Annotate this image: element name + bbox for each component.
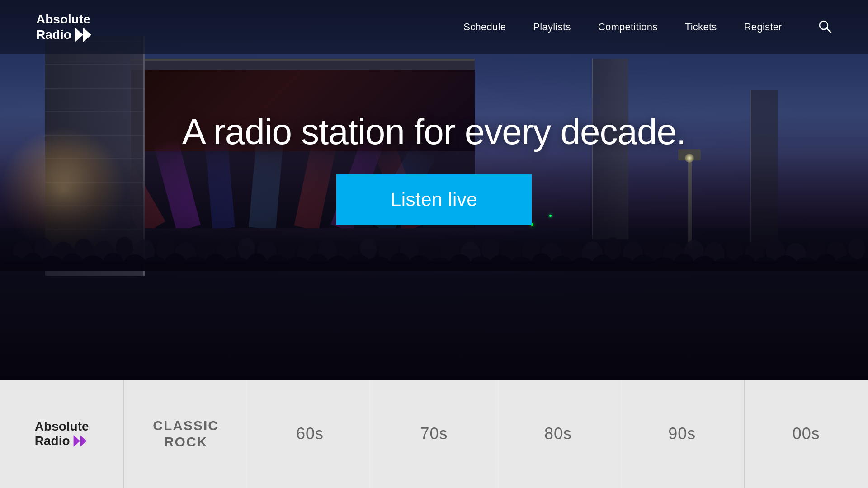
classic-rock-label: CLASSICROCK <box>153 418 219 449</box>
80s-label: 80s <box>544 424 572 443</box>
svg-marker-90 <box>73 435 80 447</box>
90s-station[interactable]: 90s <box>620 380 744 488</box>
90s-label: 90s <box>668 424 696 443</box>
00s-label: 00s <box>793 424 820 443</box>
hero-tagline: A radio station for every decade. <box>0 112 868 152</box>
60s-label: 60s <box>296 424 324 443</box>
nav-playlists[interactable]: Playlists <box>533 21 571 33</box>
listen-live-button[interactable]: Listen live <box>336 174 532 225</box>
svg-marker-0 <box>75 28 83 42</box>
svg-rect-89 <box>0 261 868 271</box>
svg-line-3 <box>827 28 831 33</box>
logo-play-icon <box>74 28 93 42</box>
site-header: Absolute Radio Schedule Playlists Compet… <box>0 0 868 54</box>
hero-section: A radio station for every decade. Listen… <box>0 0 868 380</box>
70s-label: 70s <box>420 424 448 443</box>
logo-text-line1: Absolute <box>36 12 93 27</box>
svg-marker-91 <box>80 435 87 447</box>
absolute-radio-main-station[interactable]: Absolute Radio <box>0 380 124 488</box>
main-station-name-line2: Radio <box>35 434 70 448</box>
00s-station[interactable]: 00s <box>745 380 868 488</box>
svg-point-45 <box>848 238 865 259</box>
nav-tickets[interactable]: Tickets <box>685 21 717 33</box>
nav-schedule[interactable]: Schedule <box>463 21 506 33</box>
main-station-name-line1: Absolute <box>35 419 89 434</box>
60s-station[interactable]: 60s <box>248 380 372 488</box>
logo[interactable]: Absolute Radio <box>36 12 93 42</box>
main-station-play-icon <box>73 435 88 447</box>
hero-content: A radio station for every decade. Listen… <box>0 112 868 225</box>
search-icon[interactable] <box>818 20 832 35</box>
nav-register[interactable]: Register <box>744 21 782 33</box>
nav-competitions[interactable]: Competitions <box>598 21 658 33</box>
classic-rock-station[interactable]: CLASSICROCK <box>124 380 248 488</box>
logo-text-line2: Radio <box>36 27 71 42</box>
station-bar: Absolute Radio CLASSICROCK 60s 70s 80s <box>0 380 868 488</box>
80s-station[interactable]: 80s <box>496 380 620 488</box>
70s-station[interactable]: 70s <box>372 380 496 488</box>
svg-marker-1 <box>83 28 91 42</box>
main-nav: Schedule Playlists Competitions Tickets … <box>463 20 832 35</box>
main-station-logo: Absolute Radio <box>35 419 89 448</box>
